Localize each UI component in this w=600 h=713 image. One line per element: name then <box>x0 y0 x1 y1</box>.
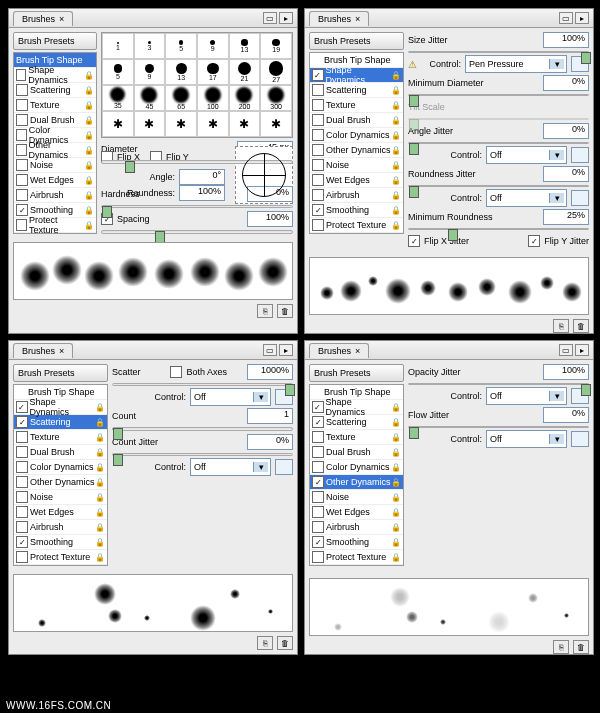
both-axes-checkbox[interactable] <box>170 366 182 378</box>
item-noise[interactable]: Noise🔒 <box>310 158 403 173</box>
trash-icon[interactable]: 🗑 <box>573 640 589 654</box>
checkbox[interactable]: ✓ <box>312 416 324 428</box>
checkbox[interactable] <box>312 461 324 473</box>
item-wet-edges[interactable]: Wet Edges🔒 <box>310 173 403 188</box>
trash-icon[interactable]: 🗑 <box>573 319 589 333</box>
menu-icon[interactable]: ▸ <box>575 344 589 356</box>
checkbox[interactable] <box>312 99 324 111</box>
item-texture[interactable]: Texture🔒 <box>310 430 403 445</box>
angle-control-dropdown[interactable]: Off <box>486 146 567 164</box>
roundness-jitter-slider[interactable] <box>408 185 589 187</box>
item-dual-brush[interactable]: Dual Brush🔒 <box>14 445 107 460</box>
brush-cell[interactable]: 27 <box>260 59 292 85</box>
item-texture[interactable]: Texture🔒 <box>14 430 107 445</box>
scatter-control-dropdown[interactable]: Off <box>190 388 271 406</box>
brush-cell[interactable]: 9 <box>134 59 166 85</box>
flow-jitter-slider[interactable] <box>408 426 589 428</box>
checkbox[interactable] <box>16 431 28 443</box>
spacing-input[interactable]: 100% <box>247 211 293 227</box>
close-icon[interactable]: × <box>355 346 360 356</box>
brush-cell[interactable]: 45 <box>134 85 166 111</box>
item-airbrush[interactable]: Airbrush🔒 <box>14 520 107 535</box>
checkbox[interactable]: ✓ <box>312 536 324 548</box>
brush-presets-button[interactable]: Brush Presets <box>13 32 97 50</box>
brush-cell[interactable]: 3 <box>134 33 166 59</box>
checkbox[interactable] <box>312 114 324 126</box>
brush-cell[interactable]: 300 <box>260 85 292 111</box>
checkbox[interactable] <box>312 174 324 186</box>
link-button[interactable] <box>571 190 589 206</box>
checkbox[interactable] <box>16 461 28 473</box>
item-smoothing[interactable]: ✓Smoothing🔒 <box>14 535 107 550</box>
brush-cell[interactable]: 13 <box>229 33 261 59</box>
spacing-slider[interactable] <box>101 230 293 234</box>
roundness-control-dropdown[interactable]: Off <box>486 189 567 207</box>
link-button[interactable] <box>571 431 589 447</box>
item-noise[interactable]: Noise🔒 <box>14 158 96 173</box>
item-noise[interactable]: Noise🔒 <box>14 490 107 505</box>
item-shape-dynamics[interactable]: Shape Dynamics🔒 <box>14 68 96 83</box>
item-protect-texture[interactable]: Protect Texture🔒 <box>14 550 107 565</box>
checkbox[interactable] <box>16 506 28 518</box>
hardness-slider[interactable] <box>101 205 293 209</box>
min-roundness-input[interactable]: 25% <box>543 209 589 225</box>
new-icon[interactable]: ⎘ <box>553 319 569 333</box>
checkbox[interactable] <box>312 129 324 141</box>
item-shape-dynamics[interactable]: ✓Shape Dynamics🔒 <box>310 400 403 415</box>
min-roundness-slider[interactable] <box>408 228 589 230</box>
checkbox[interactable]: ✓ <box>312 401 324 413</box>
item-smoothing[interactable]: ✓Smoothing🔒 <box>310 535 403 550</box>
checkbox[interactable]: ✓ <box>16 536 28 548</box>
close-icon[interactable]: × <box>355 14 360 24</box>
roundness-jitter-input[interactable]: 0% <box>543 166 589 182</box>
checkbox[interactable] <box>312 521 324 533</box>
close-icon[interactable]: × <box>59 14 64 24</box>
tab-brushes[interactable]: Brushes× <box>309 343 369 358</box>
brush-cell[interactable]: 21 <box>229 59 261 85</box>
checkbox[interactable] <box>16 521 28 533</box>
menu-icon[interactable]: ▸ <box>575 12 589 24</box>
item-other-dynamics[interactable]: Other Dynamics🔒 <box>14 475 107 490</box>
size-jitter-input[interactable]: 100% <box>543 32 589 48</box>
brush-cell[interactable]: 19 <box>260 33 292 59</box>
checkbox[interactable]: ✓ <box>312 476 324 488</box>
brush-presets-button[interactable]: Brush Presets <box>309 364 404 382</box>
brush-cell[interactable]: 5 <box>165 33 197 59</box>
checkbox[interactable]: ✓ <box>16 416 28 428</box>
minimize-icon[interactable]: ▭ <box>559 344 573 356</box>
item-airbrush[interactable]: Airbrush🔒 <box>310 520 403 535</box>
item-dual-brush[interactable]: Dual Brush🔒 <box>310 113 403 128</box>
checkbox[interactable] <box>16 129 27 141</box>
count-jitter-slider[interactable] <box>112 453 293 456</box>
brush-cell[interactable]: 9 <box>197 33 229 59</box>
brush-cell[interactable]: ✱ <box>165 111 197 137</box>
min-diameter-input[interactable]: 0% <box>543 75 589 91</box>
item-scattering[interactable]: ✓Scattering🔒 <box>14 415 107 430</box>
count-slider[interactable] <box>112 427 293 430</box>
checkbox[interactable] <box>16 491 28 503</box>
new-icon[interactable]: ⎘ <box>257 636 273 650</box>
brush-cell[interactable]: ✱ <box>134 111 166 137</box>
scatter-input[interactable]: 1000% <box>247 364 293 380</box>
item-other-dynamics[interactable]: Other Dynamics🔒 <box>14 143 96 158</box>
item-scattering[interactable]: ✓Scattering🔒 <box>310 415 403 430</box>
brush-cell[interactable]: ✱ <box>197 111 229 137</box>
checkbox[interactable] <box>16 159 28 171</box>
checkbox[interactable] <box>312 446 324 458</box>
checkbox[interactable] <box>16 476 28 488</box>
size-control-dropdown[interactable]: Pen Pressure <box>465 55 567 73</box>
checkbox[interactable] <box>16 219 27 231</box>
size-jitter-slider[interactable] <box>408 51 589 53</box>
checkbox[interactable] <box>16 446 28 458</box>
flipy-jitter-checkbox[interactable]: ✓ <box>528 235 540 247</box>
checkbox[interactable] <box>312 189 324 201</box>
close-icon[interactable]: × <box>59 346 64 356</box>
checkbox[interactable] <box>16 174 28 186</box>
brush-presets-button[interactable]: Brush Presets <box>13 364 108 382</box>
angle-jitter-input[interactable]: 0% <box>543 123 589 139</box>
brush-cell[interactable]: 17 <box>197 59 229 85</box>
checkbox[interactable] <box>312 144 324 156</box>
scatter-slider[interactable] <box>112 383 293 386</box>
brush-cell[interactable]: ✱ <box>260 111 292 137</box>
checkbox[interactable] <box>312 219 324 231</box>
